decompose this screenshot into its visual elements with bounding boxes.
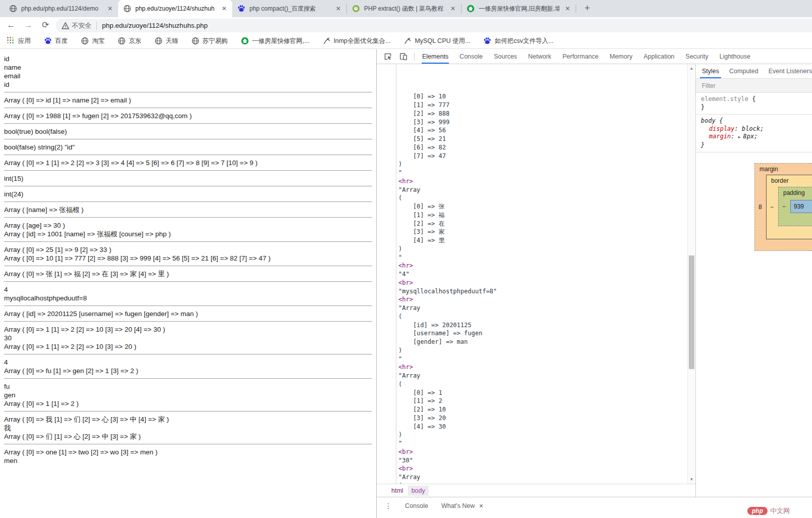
dom-tag-line[interactable]: <hr> <box>398 177 687 186</box>
back-button[interactable]: ← <box>5 19 17 31</box>
dom-text-line[interactable]: [5] => 21 <box>398 135 687 143</box>
dom-text-line[interactable]: [4] => 56 <box>398 126 687 135</box>
tab-close-icon[interactable]: ✕ <box>449 5 457 13</box>
dom-text-line[interactable]: [4] => 30 <box>398 423 687 431</box>
dom-tag-line[interactable]: <br> <box>398 464 687 473</box>
dom-text-line[interactable]: "30" <box>398 456 687 465</box>
dom-text-line[interactable]: [1] => 福 <box>398 211 687 220</box>
device-toolbar-icon[interactable] <box>399 52 408 61</box>
browser-tab-2[interactable]: php.edu/zuoye/1124/shuzhuh✕ <box>118 0 232 17</box>
dom-text-line[interactable]: "mysqllocalhostphpeduutf=8" <box>398 287 687 296</box>
address-bar[interactable]: 不安全 php.edu/zuoye/1124/shuzhuhs.php <box>56 19 812 32</box>
dom-text-line[interactable]: [username] => fugen <box>398 329 687 338</box>
dom-text-line[interactable]: " <box>398 355 687 364</box>
dom-text-line[interactable]: [3] => 家 <box>398 228 687 236</box>
dom-text-line[interactable]: [2] => 10 <box>398 405 687 414</box>
tab-close-icon[interactable]: ✕ <box>334 5 342 13</box>
dom-text-line[interactable]: [7] => 47 <box>398 152 687 161</box>
dom-text-line[interactable]: [gender] => man <box>398 338 687 346</box>
new-tab-button[interactable]: + <box>580 2 594 16</box>
devtools-tab-security[interactable]: Security <box>680 49 714 64</box>
styles-filter-input[interactable]: Filter <box>696 79 812 93</box>
dom-tag-line[interactable]: <hr> <box>398 295 687 304</box>
bookmark-item-6[interactable]: 苏宁易购 <box>191 37 228 45</box>
dom-text-line[interactable]: [3] => 999 <box>398 118 687 127</box>
dom-text-line[interactable]: [0] => 1 <box>398 389 687 397</box>
elements-scrollbar[interactable]: ▲ ▼ <box>687 64 695 484</box>
dom-text-line[interactable]: ) <box>398 245 687 253</box>
bookmark-item-3[interactable]: 淘宝 <box>81 37 105 45</box>
bookmark-item-2[interactable]: 百度 <box>44 37 68 45</box>
bookmark-item-5[interactable]: 天猫 <box>155 37 178 45</box>
devtools-tab-lighthouse[interactable]: Lighthouse <box>714 49 756 64</box>
browser-tab-4[interactable]: PHP extract() 函数 | 菜鸟教程✕ <box>347 0 461 17</box>
css-property-margin[interactable]: margin: ▶ 8px; <box>701 133 807 141</box>
dom-text-line[interactable]: ( <box>398 194 687 202</box>
forward-button[interactable]: → <box>22 19 34 31</box>
dom-tag-line[interactable]: <hr> <box>398 363 687 372</box>
dom-text-line[interactable]: "Array <box>398 186 687 194</box>
browser-tab-1[interactable]: php.edu/php.edu/1124/demo✕ <box>4 0 118 17</box>
sidebar-tab-event-listeners[interactable]: Event Listeners <box>764 64 812 78</box>
sidebar-tab-styles[interactable]: Styles <box>697 64 724 78</box>
dom-text-line[interactable]: ) <box>398 346 687 355</box>
dom-text-line[interactable]: "4" <box>398 270 687 279</box>
expand-triangle-icon[interactable]: ▶ <box>738 135 743 139</box>
scroll-down-icon[interactable]: ▼ <box>688 477 695 482</box>
dom-text-line[interactable]: [4] => 里 <box>398 236 687 245</box>
dom-text-line[interactable]: ( <box>398 380 687 389</box>
css-property-display[interactable]: display: block; <box>701 125 807 133</box>
tab-close-icon[interactable]: ✕ <box>564 5 572 13</box>
dom-text-line[interactable]: [6] => 82 <box>398 143 687 152</box>
bookmark-item-10[interactable]: 如何把csv文件导入... <box>483 37 553 45</box>
devtools-tab-elements[interactable]: Elements <box>417 49 454 64</box>
dom-text-line[interactable]: [0] => 10 <box>398 92 687 101</box>
devtools-tab-memory[interactable]: Memory <box>604 49 638 64</box>
sidebar-tab-computed[interactable]: Computed <box>724 64 764 78</box>
devtools-tab-sources[interactable]: Sources <box>488 49 523 64</box>
rule-selector[interactable]: element.style <box>701 95 748 102</box>
browser-tab-3[interactable]: php compact()_百度搜索✕ <box>232 0 346 17</box>
drawer-tab-console[interactable]: Console <box>405 502 428 509</box>
drawer-tab-what-s-new[interactable]: What's New✕ <box>441 502 484 509</box>
dom-text-line[interactable]: ) <box>398 431 687 439</box>
dom-tag-line[interactable]: <br> <box>398 448 687 456</box>
bookmark-item-4[interactable]: 京东 <box>118 37 141 45</box>
dom-text-line[interactable]: [id] => 20201125 <box>398 321 687 330</box>
bookmark-item-8[interactable]: lnmp全面优化集合... <box>323 37 391 45</box>
security-indicator[interactable]: 不安全 <box>62 21 91 30</box>
dom-text-line[interactable]: "Array <box>398 372 687 380</box>
drawer-menu-icon[interactable]: ⋮ <box>385 502 392 510</box>
inspect-element-icon[interactable] <box>383 52 392 61</box>
breadcrumb-html[interactable]: html <box>388 486 407 496</box>
dom-text-line[interactable]: "Array <box>398 304 687 313</box>
devtools-tab-console[interactable]: Console <box>454 49 488 64</box>
dom-text-line[interactable]: [1] => 2 <box>398 397 687 405</box>
dom-text-line[interactable]: [1] => 777 <box>398 101 687 110</box>
dom-text-line[interactable]: ) <box>398 160 687 169</box>
dom-text-line[interactable]: [2] => 在 <box>398 220 687 228</box>
bookmark-item-1[interactable]: 应用 <box>7 37 31 45</box>
scrollbar-thumb[interactable] <box>689 255 694 369</box>
dom-text-line[interactable]: [0] => 张 <box>398 202 687 211</box>
dom-text-line[interactable]: " <box>398 169 687 177</box>
devtools-tab-performance[interactable]: Performance <box>557 49 604 64</box>
dom-text-line[interactable]: " <box>398 439 687 448</box>
dom-text-line[interactable]: "Array <box>398 473 687 482</box>
css-rule-body[interactable]: body {display: block;margin: ▶ 8px;} <box>696 115 812 152</box>
devtools-tab-network[interactable]: Network <box>523 49 557 64</box>
dom-text-line[interactable]: [2] => 888 <box>398 110 687 118</box>
bookmark-item-7[interactable]: 一修房屋快修官网,... <box>241 37 310 45</box>
rule-selector[interactable]: body <box>701 117 716 124</box>
devtools-tab-application[interactable]: Application <box>638 49 680 64</box>
css-rule-element-style[interactable]: element.style {} <box>696 93 812 115</box>
browser-tab-5[interactable]: 一修房屋快修官网,旧房翻新,墙面✕ <box>462 0 576 17</box>
dom-text-line[interactable]: [3] => 20 <box>398 414 687 423</box>
bookmark-item-9[interactable]: MySQL CPU 使用... <box>403 37 470 45</box>
tab-close-icon[interactable]: ✕ <box>220 5 228 13</box>
dom-text-line[interactable]: ( <box>398 313 687 321</box>
dom-text-line[interactable]: " <box>398 253 687 262</box>
dom-tag-line[interactable]: <hr> <box>398 262 687 270</box>
reload-button[interactable]: ⟳ <box>39 19 52 31</box>
tab-close-icon[interactable]: ✕ <box>106 5 114 13</box>
